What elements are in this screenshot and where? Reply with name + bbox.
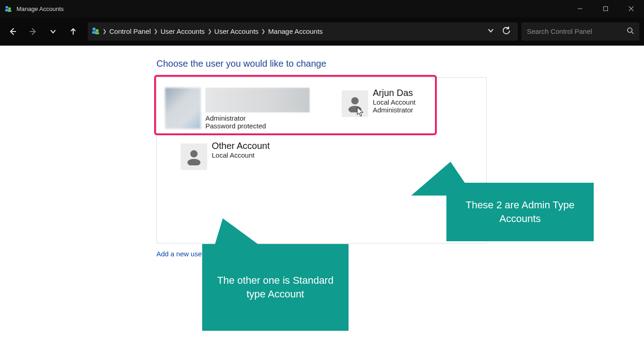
avatar-generic-icon xyxy=(181,143,207,170)
svg-point-18 xyxy=(349,106,362,112)
callout-admin: These 2 are Admin Type Accounts xyxy=(446,183,594,241)
svg-point-0 xyxy=(5,6,8,9)
callout-tail xyxy=(204,218,260,246)
account-type: Administrator xyxy=(205,114,310,122)
forward-button[interactable] xyxy=(25,23,41,40)
search-input[interactable] xyxy=(527,27,634,35)
chevron-right-icon[interactable]: ❯ xyxy=(261,28,265,34)
close-button[interactable] xyxy=(618,0,644,17)
back-button[interactable] xyxy=(5,23,21,40)
svg-point-1 xyxy=(8,7,11,10)
callout-standard: The other one is Standard type Account xyxy=(202,244,349,331)
avatar-generic-icon xyxy=(342,90,368,117)
breadcrumb-item[interactable]: Manage Accounts xyxy=(268,27,322,35)
account-name: Arjun Das xyxy=(373,88,415,98)
up-button[interactable] xyxy=(65,23,81,40)
user-accounts-icon xyxy=(5,5,12,12)
account-name-redacted xyxy=(205,88,310,112)
address-bar[interactable]: ❯ Control Panel ❯ User Accounts ❯ User A… xyxy=(88,22,518,41)
window-title: Manage Accounts xyxy=(16,5,64,12)
account-item[interactable]: Other Account Local Account xyxy=(181,141,270,170)
titlebar: Manage Accounts xyxy=(0,0,644,17)
svg-point-19 xyxy=(190,150,198,158)
avatar-blurred xyxy=(165,88,201,129)
account-item[interactable]: Administrator Password protected xyxy=(165,88,310,130)
account-text: Arjun Das Local Account Administrator xyxy=(373,88,415,114)
chevron-right-icon[interactable]: ❯ xyxy=(208,28,212,34)
minimize-button[interactable] xyxy=(567,0,593,17)
previous-locations-button[interactable] xyxy=(488,27,494,35)
account-text: Other Account Local Account xyxy=(212,141,270,159)
search-icon[interactable] xyxy=(627,27,634,36)
account-text: Administrator Password protected xyxy=(205,88,310,130)
breadcrumb-item[interactable]: User Accounts xyxy=(161,27,205,35)
account-type: Local Account xyxy=(212,151,270,159)
page-heading: Choose the user you would like to change xyxy=(156,58,644,69)
svg-point-12 xyxy=(96,29,99,32)
breadcrumb-item[interactable]: Control Panel xyxy=(109,27,151,35)
window-controls xyxy=(567,0,644,17)
account-type: Local Account xyxy=(373,98,415,106)
svg-line-16 xyxy=(632,32,633,34)
svg-rect-5 xyxy=(604,7,608,11)
maximize-button[interactable] xyxy=(593,0,618,17)
chevron-right-icon[interactable]: ❯ xyxy=(154,28,158,34)
breadcrumb-item[interactable]: User Accounts xyxy=(215,27,259,35)
account-item[interactable]: Arjun Das Local Account Administrator xyxy=(342,88,415,130)
account-role: Administrator xyxy=(373,106,415,114)
recent-locations-button[interactable] xyxy=(45,23,61,40)
content-area: Choose the user you would like to change… xyxy=(0,46,644,339)
svg-point-20 xyxy=(188,159,201,165)
user-accounts-icon xyxy=(91,26,100,36)
svg-point-17 xyxy=(351,97,359,105)
refresh-button[interactable] xyxy=(502,26,510,36)
svg-rect-14 xyxy=(95,32,99,34)
search-box[interactable] xyxy=(521,22,639,41)
svg-rect-3 xyxy=(8,10,11,12)
account-status: Password protected xyxy=(205,122,310,130)
svg-point-11 xyxy=(92,27,96,31)
account-name: Other Account xyxy=(212,141,270,151)
svg-point-15 xyxy=(628,28,632,32)
chevron-right-icon[interactable]: ❯ xyxy=(102,28,107,34)
toolbar: ❯ Control Panel ❯ User Accounts ❯ User A… xyxy=(0,17,644,46)
